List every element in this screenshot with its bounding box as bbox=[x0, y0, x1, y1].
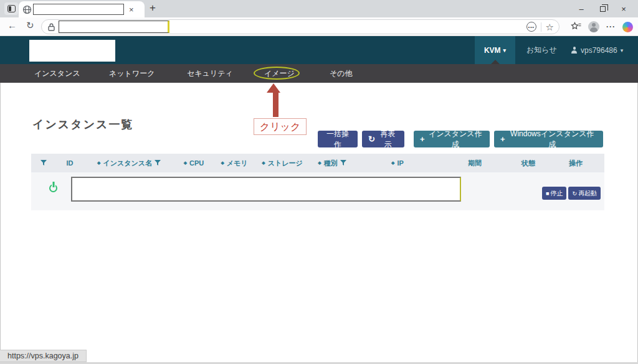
click-arrow-shaft bbox=[273, 92, 279, 117]
sort-icon[interactable]: ◆ bbox=[97, 161, 100, 166]
kvm-menu-label: KVM bbox=[484, 46, 501, 55]
table-row: ■ 停止 ↻ 再起動 bbox=[31, 172, 604, 210]
main-navbar: インスタンス ネットワーク セキュリティ イメージ その他 bbox=[0, 64, 638, 83]
column-label: ID bbox=[67, 159, 74, 167]
create-instance-label: インスタンス作成 bbox=[427, 129, 483, 150]
column-memory[interactable]: ◆ メモリ bbox=[213, 159, 255, 168]
filter-icon bbox=[340, 160, 346, 166]
table-header-row: ID ◆ インスタンス名 ◆ CPU ◆ メモリ ◆ ストレージ ◆ 種別 bbox=[31, 154, 604, 172]
chevron-down-icon: ▾ bbox=[503, 47, 507, 54]
minimize-button[interactable]: – bbox=[571, 4, 592, 14]
profile-avatar[interactable] bbox=[588, 21, 599, 32]
column-label: 状態 bbox=[521, 159, 535, 168]
column-label: IP bbox=[397, 159, 403, 167]
row-actions: ■ 停止 ↻ 再起動 bbox=[542, 187, 601, 200]
tab-actions-button[interactable] bbox=[4, 2, 18, 15]
page-title: インスタンス一覧 bbox=[32, 117, 134, 132]
column-filter-all[interactable] bbox=[31, 160, 56, 166]
instance-table: ID ◆ インスタンス名 ◆ CPU ◆ メモリ ◆ ストレージ ◆ 種別 bbox=[31, 154, 604, 210]
url-redaction bbox=[59, 21, 169, 33]
stop-icon: ■ bbox=[546, 190, 549, 197]
address-bar[interactable]: ••• ☆ bbox=[41, 19, 559, 34]
power-status-icon bbox=[49, 184, 57, 192]
tab-title-redaction bbox=[33, 4, 124, 15]
divider bbox=[541, 22, 541, 32]
row-data-redaction bbox=[71, 177, 461, 202]
filter-icon bbox=[155, 160, 161, 166]
column-ip[interactable]: ◆ IP bbox=[355, 159, 440, 167]
kvm-active-notch bbox=[491, 60, 500, 64]
status-url-tooltip: https://vps.kagoya.jp bbox=[0, 350, 87, 362]
bulk-action-label: 一括操作 bbox=[324, 129, 351, 150]
column-label: CPU bbox=[189, 159, 204, 167]
sort-icon[interactable]: ◆ bbox=[184, 161, 187, 166]
stop-label: 停止 bbox=[550, 189, 563, 198]
bulk-action-button[interactable]: 一括操作 bbox=[318, 131, 358, 147]
lock-icon bbox=[48, 23, 55, 31]
new-tab-button[interactable]: + bbox=[150, 2, 156, 14]
browser-window: × + – × ← ↻ ••• ☆ ··· bbox=[0, 0, 638, 364]
click-arrow-head bbox=[267, 83, 280, 93]
browser-menu-icon[interactable]: ··· bbox=[606, 22, 616, 31]
workspaces-icon bbox=[7, 5, 16, 12]
account-name: vps796486 bbox=[581, 46, 617, 55]
reload-button[interactable]: ↻ bbox=[26, 20, 34, 31]
site-header: KVM ▾ お知らせ vps796486 ▾ bbox=[0, 36, 638, 64]
copilot-icon[interactable] bbox=[622, 22, 633, 32]
sort-icon[interactable]: ◆ bbox=[318, 161, 321, 166]
column-label: メモリ bbox=[227, 159, 248, 168]
create-windows-instance-button[interactable]: + Windowsインスタンス作成 bbox=[494, 131, 603, 147]
tab-close-icon[interactable]: × bbox=[129, 6, 134, 14]
restart-button[interactable]: ↻ 再起動 bbox=[568, 187, 601, 200]
filter-icon bbox=[40, 160, 47, 166]
user-icon bbox=[571, 47, 578, 54]
sort-icon[interactable]: ◆ bbox=[262, 161, 265, 166]
column-period: 期間 bbox=[440, 159, 510, 168]
account-menu[interactable]: vps796486 ▾ bbox=[571, 36, 623, 64]
redisplay-label: 再表示 bbox=[378, 129, 398, 150]
nav-item-instance[interactable]: インスタンス bbox=[34, 64, 80, 83]
column-label: 種別 bbox=[324, 159, 338, 168]
restore-icon bbox=[600, 6, 606, 12]
chevron-down-icon: ▾ bbox=[621, 47, 624, 54]
toolbar-right-icons: ··· bbox=[571, 19, 633, 34]
restore-button[interactable] bbox=[592, 4, 613, 14]
favorite-star-icon[interactable]: ☆ bbox=[546, 22, 554, 32]
sort-icon[interactable]: ◆ bbox=[221, 161, 224, 166]
column-label: ストレージ bbox=[268, 159, 303, 168]
nav-item-image[interactable]: イメージ bbox=[264, 64, 295, 83]
close-window-button[interactable]: × bbox=[613, 4, 634, 14]
create-instance-button[interactable]: + インスタンス作成 bbox=[414, 131, 490, 147]
address-options-icon[interactable]: ••• bbox=[526, 22, 536, 32]
plus-icon: + bbox=[500, 134, 505, 144]
stop-button[interactable]: ■ 停止 bbox=[542, 187, 566, 200]
column-label: 期間 bbox=[468, 159, 482, 168]
redisplay-button[interactable]: ↻ 再表示 bbox=[362, 131, 404, 147]
favorites-hub-icon[interactable] bbox=[571, 22, 581, 32]
window-controls: – × bbox=[571, 0, 634, 17]
create-windows-instance-label: Windowsインスタンス作成 bbox=[508, 129, 597, 150]
sort-icon[interactable]: ◆ bbox=[391, 161, 394, 166]
back-button[interactable]: ← bbox=[7, 20, 17, 30]
nav-item-security[interactable]: セキュリティ bbox=[187, 64, 233, 83]
logo-redaction bbox=[29, 40, 115, 62]
column-type[interactable]: ◆ 種別 bbox=[309, 159, 355, 168]
refresh-icon: ↻ bbox=[368, 134, 375, 144]
column-label: インスタンス名 bbox=[103, 159, 152, 168]
column-label: 操作 bbox=[569, 159, 583, 168]
column-status: 状態 bbox=[510, 159, 547, 168]
plus-icon: + bbox=[420, 134, 425, 144]
browser-tab-strip: × + – × bbox=[0, 0, 638, 17]
nav-item-network[interactable]: ネットワーク bbox=[109, 64, 155, 83]
click-annotation-label: クリック bbox=[254, 118, 307, 135]
column-instance-name[interactable]: ◆ インスタンス名 bbox=[83, 159, 174, 168]
globe-favicon-icon bbox=[22, 5, 32, 14]
column-operations: 操作 bbox=[547, 159, 604, 168]
nav-item-other[interactable]: その他 bbox=[330, 64, 353, 83]
browser-tab[interactable]: × bbox=[19, 1, 145, 17]
restart-icon: ↻ bbox=[572, 190, 577, 197]
column-cpu[interactable]: ◆ CPU bbox=[174, 159, 213, 167]
restart-label: 再起動 bbox=[578, 189, 597, 198]
column-storage[interactable]: ◆ ストレージ bbox=[255, 159, 309, 168]
news-menu[interactable]: お知らせ bbox=[526, 36, 557, 64]
